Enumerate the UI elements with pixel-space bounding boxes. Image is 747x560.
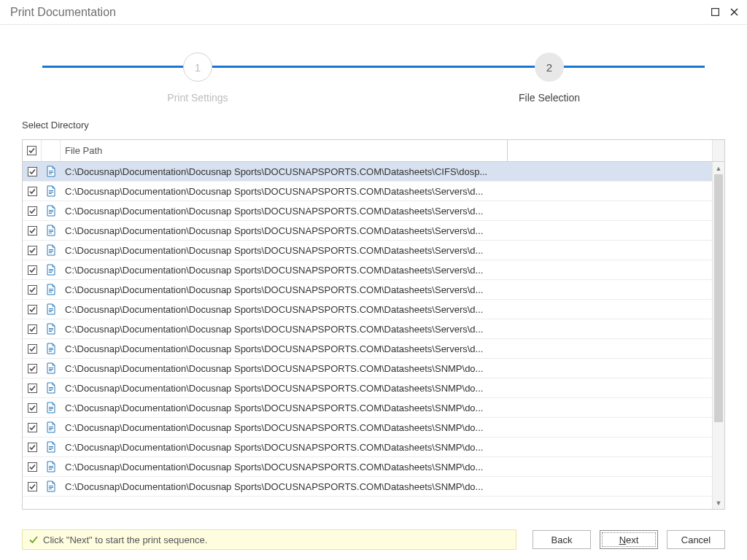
table-row[interactable]: C:\Docusnap\Documentation\Docusnap Sport… [23,398,712,418]
table-row[interactable]: C:\Docusnap\Documentation\Docusnap Sport… [23,339,712,359]
svg-rect-7 [49,210,53,211]
scroll-up-button[interactable]: ▲ [713,162,724,174]
row-checkbox[interactable] [23,364,42,373]
table-header: File Path [23,140,724,162]
header-scroll-gutter [712,140,724,161]
file-path-cell: C:\Docusnap\Documentation\Docusnap Sport… [61,324,508,335]
table-row[interactable]: C:\Docusnap\Documentation\Docusnap Sport… [23,457,712,477]
svg-rect-31 [49,368,53,368]
table-row[interactable]: C:\Docusnap\Documentation\Docusnap Sport… [23,378,712,398]
footer: Click "Next" to start the print sequence… [22,529,725,550]
table-row[interactable]: C:\Docusnap\Documentation\Docusnap Sport… [23,221,712,241]
checkbox-icon [28,305,37,314]
svg-rect-16 [49,269,53,270]
document-icon [42,481,61,492]
hint-bar: Click "Next" to start the print sequence… [22,529,516,550]
table-row[interactable]: C:\Docusnap\Documentation\Docusnap Sport… [23,300,712,319]
file-path-cell: C:\Docusnap\Documentation\Docusnap Sport… [61,462,508,472]
close-button[interactable] [727,5,741,20]
svg-rect-12 [49,233,52,233]
checkbox-icon [28,285,37,295]
row-checkbox[interactable] [23,187,42,196]
svg-rect-29 [49,349,53,350]
file-path-cell: C:\Docusnap\Documentation\Docusnap Sport… [61,206,508,217]
checkbox-icon [28,265,37,275]
table-row[interactable]: C:\Docusnap\Documentation\Docusnap Sport… [23,260,712,280]
table-row[interactable]: C:\Docusnap\Documentation\Docusnap Sport… [23,182,712,201]
maximize-button[interactable] [708,5,722,20]
back-button[interactable]: Back [533,530,591,549]
svg-rect-47 [49,467,53,468]
document-icon [42,303,61,315]
row-checkbox[interactable] [23,403,42,413]
document-icon [42,244,61,256]
row-checkbox[interactable] [23,265,42,275]
file-path-cell: C:\Docusnap\Documentation\Docusnap Sport… [61,481,508,492]
table-row[interactable]: C:\Docusnap\Documentation\Docusnap Sport… [23,162,712,182]
row-checkbox[interactable] [23,423,42,432]
checkbox-icon [28,482,37,491]
checkbox-icon [28,364,37,373]
table-row[interactable]: C:\Docusnap\Documentation\Docusnap Sport… [23,418,712,438]
svg-rect-37 [49,407,53,408]
table-row[interactable]: C:\Docusnap\Documentation\Docusnap Sport… [23,319,712,339]
header-icon-col [42,140,61,161]
document-icon [42,362,61,374]
table-row[interactable]: C:\Docusnap\Documentation\Docusnap Sport… [23,359,712,378]
file-path-cell: C:\Docusnap\Documentation\Docusnap Sport… [61,304,508,315]
table-row[interactable]: C:\Docusnap\Documentation\Docusnap Sport… [23,438,712,457]
checkbox-icon [28,384,37,393]
cancel-button[interactable]: Cancel [667,530,725,549]
document-icon [42,284,61,295]
row-checkbox[interactable] [23,305,42,314]
header-file-path[interactable]: File Path [61,140,508,161]
checkbox-icon [28,206,37,216]
scroll-down-button[interactable]: ▼ [713,497,724,509]
checkbox-icon [27,146,36,155]
checkbox-icon [28,226,37,236]
svg-rect-44 [49,448,53,448]
scroll-thumb[interactable] [714,174,723,422]
header-select-all[interactable] [23,140,42,161]
table-row[interactable]: C:\Docusnap\Documentation\Docusnap Sport… [23,201,712,221]
svg-rect-9 [49,213,52,214]
checkbox-icon [28,324,37,334]
svg-rect-33 [49,370,52,371]
svg-rect-20 [49,290,53,291]
svg-rect-8 [49,211,53,212]
table-row[interactable]: C:\Docusnap\Documentation\Docusnap Sport… [23,241,712,260]
document-icon [42,421,61,433]
checkbox-icon [28,187,37,196]
row-checkbox[interactable] [23,384,42,393]
svg-rect-15 [49,252,52,253]
step-file-selection[interactable]: 2 File Selection [374,52,725,104]
checkbox-icon [28,443,37,452]
step-print-settings[interactable]: 1 Print Settings [22,52,374,104]
row-checkbox[interactable] [23,226,42,236]
step-number: 2 [535,52,564,82]
row-checkbox[interactable] [23,462,42,472]
row-checkbox[interactable] [23,246,42,255]
step-label: Print Settings [22,92,374,104]
svg-rect-6 [49,193,52,194]
document-icon [42,264,61,276]
svg-rect-23 [49,310,53,311]
file-path-cell: C:\Docusnap\Documentation\Docusnap Sport… [61,363,508,374]
row-checkbox[interactable] [23,167,42,176]
row-checkbox[interactable] [23,443,42,452]
svg-rect-30 [49,351,52,351]
vertical-scrollbar[interactable]: ▲ ▼ [712,162,724,509]
row-checkbox[interactable] [23,206,42,216]
document-icon [42,166,61,177]
row-checkbox[interactable] [23,482,42,491]
svg-rect-1 [49,171,53,171]
row-checkbox[interactable] [23,285,42,295]
checkbox-icon [28,403,37,413]
scroll-track[interactable] [713,174,724,497]
row-checkbox[interactable] [23,324,42,334]
table-row[interactable]: C:\Docusnap\Documentation\Docusnap Sport… [23,477,712,497]
checkbox-icon [28,423,37,432]
next-button[interactable]: Next [600,530,658,549]
table-row[interactable]: C:\Docusnap\Documentation\Docusnap Sport… [23,280,712,300]
row-checkbox[interactable] [23,344,42,354]
